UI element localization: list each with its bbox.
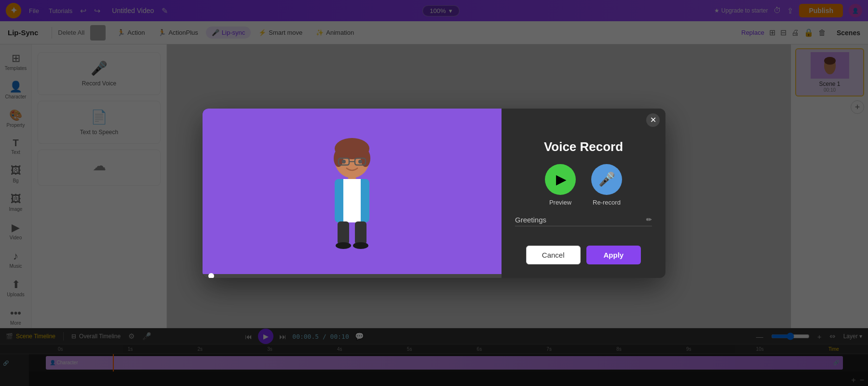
svg-point-30 <box>336 242 351 249</box>
rerecord-button[interactable]: 🎤 <box>591 164 622 195</box>
apply-button[interactable]: Apply <box>586 246 641 264</box>
svg-point-21 <box>342 160 346 164</box>
modal-character <box>313 133 391 249</box>
rerecord-label: Re-record <box>593 199 621 206</box>
svg-point-22 <box>358 160 362 164</box>
cancel-button[interactable]: Cancel <box>526 246 581 264</box>
modal-progress-thumb[interactable] <box>208 273 214 278</box>
voice-record-modal: Voice Record ▶ Preview 🎤 Re-record Greet… <box>203 109 665 278</box>
svg-rect-29 <box>355 221 366 245</box>
edit-icon[interactable]: ✏ <box>646 216 652 223</box>
modal-action-buttons: ▶ Preview 🎤 Re-record <box>545 164 622 206</box>
modal-overlay[interactable]: Voice Record ▶ Preview 🎤 Re-record Greet… <box>0 0 868 386</box>
preview-button[interactable]: ▶ <box>545 164 576 195</box>
rerecord-action: 🎤 Re-record <box>591 164 622 206</box>
modal-footer-buttons: Cancel Apply <box>515 246 652 264</box>
modal-close-button[interactable]: ✕ <box>646 113 660 127</box>
svg-rect-28 <box>338 221 349 245</box>
modal-progress-bar[interactable] <box>203 274 502 278</box>
modal-title: Voice Record <box>544 139 623 154</box>
greeting-text: Greetings <box>515 216 646 224</box>
svg-rect-25 <box>343 179 361 222</box>
preview-action: ▶ Preview <box>545 164 576 206</box>
modal-controls-side: Voice Record ▶ Preview 🎤 Re-record Greet… <box>502 109 665 278</box>
preview-label: Preview <box>549 199 571 206</box>
modal-video-frame <box>203 109 502 274</box>
modal-label-row: Greetings ✏ <box>515 216 652 226</box>
mic-icon-modal: 🎤 <box>598 171 615 187</box>
modal-video-side <box>203 109 502 278</box>
play-icon: ▶ <box>556 171 567 187</box>
svg-point-31 <box>353 242 368 249</box>
